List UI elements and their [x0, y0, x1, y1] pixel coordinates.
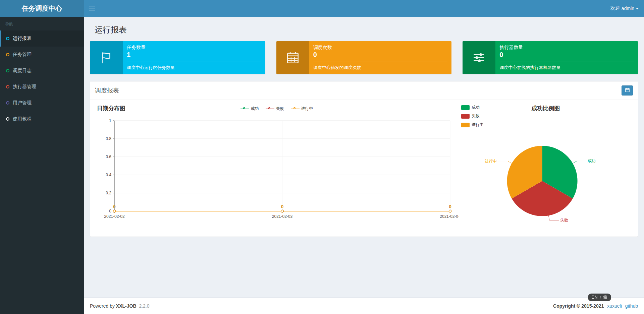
page-title: 运行报表 — [95, 24, 638, 35]
github-link[interactable]: github — [625, 303, 638, 309]
top-header: 任务调度中心 欢迎 admin — [0, 0, 644, 17]
legend-item[interactable]: 进行中 — [461, 122, 484, 128]
sidebar-item-executor-manage[interactable]: 执行器管理 — [0, 79, 84, 95]
circle-icon — [6, 85, 9, 88]
welcome-label: 欢迎 — [610, 5, 620, 11]
svg-text:0.6: 0.6 — [106, 154, 111, 159]
progress-bar — [313, 62, 448, 62]
pie-chart: 成功失败进行中 — [459, 113, 633, 227]
footer-powered-by: Powered by XXL-JOB 2.2.0 — [90, 303, 150, 309]
panel-header: 调度报表 — [90, 81, 638, 100]
content-area: 运行报表 任务数量 1 调度中心运行的任务数量 — [84, 17, 644, 237]
svg-text:0.8: 0.8 — [106, 136, 111, 141]
svg-text:2021-02-02: 2021-02-02 — [104, 214, 125, 219]
line-chart-legend: 成功失败进行中 — [95, 102, 459, 112]
caret-down-icon — [636, 8, 639, 9]
calendar-icon — [276, 41, 309, 74]
info-box-trigger-count: 调度次数 0 调度中心触发的调度次数 — [276, 41, 452, 74]
svg-text:1: 1 — [109, 118, 111, 123]
svg-text:0: 0 — [109, 209, 111, 213]
svg-text:0: 0 — [113, 204, 116, 209]
svg-text:进行中: 进行中 — [485, 159, 497, 164]
legend-swatch — [461, 123, 470, 127]
circle-icon — [6, 53, 9, 56]
legend-item[interactable]: 失败 — [266, 106, 284, 112]
svg-text:2021-02-03: 2021-02-03 — [272, 214, 293, 219]
svg-text:2021-02-04: 2021-02-04 — [440, 214, 459, 219]
legend-line-marker — [240, 107, 249, 111]
pie-chart-section: 成功比例图 成功失败进行中 成功失败进行中 — [459, 102, 633, 227]
sidebar-item-run-report[interactable]: 运行报表 — [0, 30, 84, 47]
svg-text:0: 0 — [449, 204, 451, 209]
powered-prefix: Powered by — [90, 303, 115, 309]
progress-bar — [499, 62, 634, 62]
legend-line-marker — [266, 107, 274, 111]
circle-icon — [6, 117, 9, 121]
hamburger-icon — [89, 6, 95, 11]
circle-icon — [6, 37, 9, 40]
info-box-description: 调度中心运行的任务数量 — [127, 65, 261, 71]
navbar: 欢迎 admin — [84, 0, 644, 17]
info-box-task-count: 任务数量 1 调度中心运行的任务数量 — [90, 41, 265, 74]
info-box-number: 1 — [127, 51, 261, 59]
circle-icon — [6, 101, 9, 105]
app-logo[interactable]: 任务调度中心 — [0, 0, 84, 17]
info-box-number: 0 — [313, 51, 448, 59]
sidebar-item-user-manage[interactable]: 用户管理 — [0, 95, 84, 111]
footer: Powered by XXL-JOB 2.2.0 Copyright © 201… — [84, 298, 644, 314]
info-box-title: 任务数量 — [127, 45, 261, 51]
pie-chart-legend: 成功失败进行中 — [461, 105, 484, 128]
legend-line-marker — [291, 107, 300, 111]
legend-swatch — [461, 105, 470, 110]
info-box-number: 0 — [499, 51, 634, 59]
svg-text:0: 0 — [281, 204, 283, 209]
info-box-content: 任务数量 1 调度中心运行的任务数量 — [123, 41, 265, 74]
line-chart-header: 日期分布图 成功失败进行中 — [95, 102, 459, 115]
username: admin — [622, 6, 634, 11]
info-box-executor-count: 执行器数量 0 调度中心在线的执行器机器数量 — [463, 41, 638, 74]
legend-item[interactable]: 成功 — [240, 106, 259, 112]
legend-item[interactable]: 失败 — [461, 113, 484, 119]
sidebar-item-help[interactable]: 使用教程 — [0, 111, 84, 127]
version-label: 2.2.0 — [139, 303, 149, 309]
info-box-content: 调度次数 0 调度中心触发的调度次数 — [309, 41, 452, 74]
copyright-label: Copyright © 2015-2021 — [553, 303, 604, 309]
sidebar-item-label: 调度日志 — [13, 68, 32, 74]
legend-item[interactable]: 进行中 — [291, 106, 313, 112]
svg-text:成功: 成功 — [588, 159, 596, 163]
calendar-icon — [625, 87, 630, 93]
legend-swatch — [461, 114, 470, 119]
main-wrapper: 运行报表 任务数量 1 调度中心运行的任务数量 — [84, 0, 644, 314]
sidebar-item-label: 使用教程 — [13, 116, 32, 122]
report-panel: 调度报表 日期分布图 成功失败进 — [90, 81, 638, 237]
pie-chart-title: 成功比例图 — [459, 105, 633, 113]
sidebar-item-job-log[interactable]: 调度日志 — [0, 63, 84, 79]
svg-text:0.2: 0.2 — [106, 191, 111, 195]
svg-text:0.4: 0.4 — [106, 173, 111, 177]
sidebar-item-label: 执行器管理 — [13, 84, 36, 90]
svg-text:失败: 失败 — [560, 218, 568, 223]
sliders-icon — [463, 41, 495, 74]
flag-icon — [90, 41, 123, 74]
sidebar-section-label: 导航 — [0, 17, 84, 30]
footer-copyright: Copyright © 2015-2021 xuxueli github — [553, 303, 638, 309]
date-range-button[interactable] — [622, 85, 633, 96]
info-box-title: 执行器数量 — [499, 45, 634, 51]
sidebar-item-job-manage[interactable]: 任务管理 — [0, 47, 84, 63]
info-box-title: 调度次数 — [313, 45, 448, 51]
user-dropdown[interactable]: 欢迎 admin — [605, 0, 644, 17]
line-chart-title: 日期分布图 — [97, 105, 125, 112]
line-chart-section: 日期分布图 成功失败进行中 00.20.40.60.812021-02-0220… — [95, 102, 459, 227]
sidebar-item-label: 运行报表 — [13, 36, 32, 42]
panel-title: 调度报表 — [95, 86, 119, 95]
sidebar: 导航 运行报表 任务管理 调度日志 执行器管理 用户管理 使用教程 — [0, 17, 84, 314]
sidebar-toggle-button[interactable] — [84, 0, 101, 17]
progress-bar — [127, 62, 261, 62]
info-box-description: 调度中心触发的调度次数 — [313, 65, 448, 71]
line-chart: 00.20.40.60.812021-02-022021-02-032021-0… — [95, 115, 459, 223]
xuxueli-link[interactable]: xuxueli — [607, 303, 622, 309]
circle-icon — [6, 69, 9, 72]
ime-indicator[interactable]: EN ♪ 简 — [588, 294, 611, 301]
legend-item[interactable]: 成功 — [461, 105, 484, 110]
sidebar-item-label: 任务管理 — [13, 52, 32, 58]
